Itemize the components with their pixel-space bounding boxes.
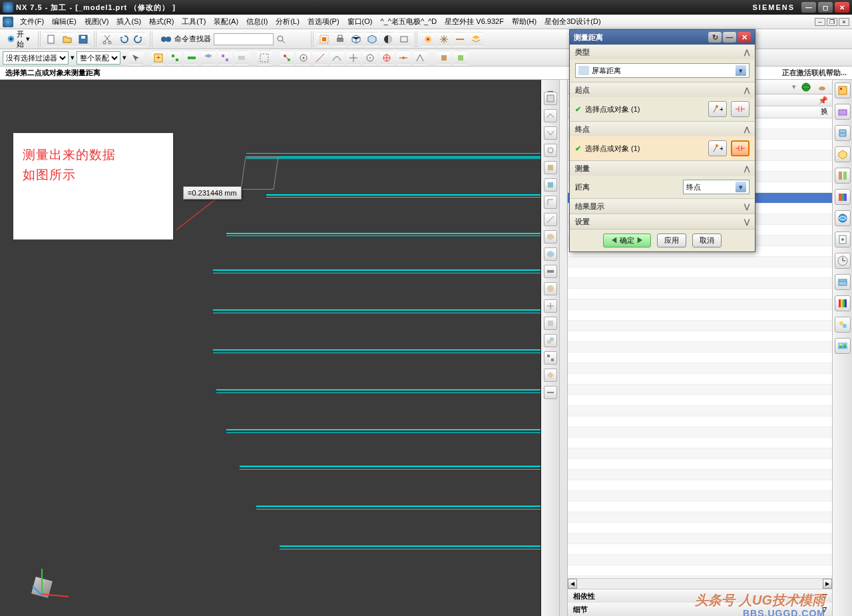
cube-button[interactable]: [349, 32, 363, 47]
vbtn-15[interactable]: [544, 334, 557, 347]
vbtn-1[interactable]: [544, 92, 557, 105]
distance-combo[interactable]: 终点 ▾: [683, 180, 749, 194]
tool-b[interactable]: [437, 32, 451, 47]
tool-c[interactable]: [453, 32, 467, 47]
filter-select-1[interactable]: 没有选择过滤器: [3, 51, 69, 65]
res-image[interactable]: [835, 338, 851, 354]
layers-button[interactable]: [469, 32, 483, 47]
menu-plugin1[interactable]: ^_^老五电极^_^D: [376, 15, 441, 28]
res-reuse[interactable]: [835, 168, 851, 184]
menu-window[interactable]: 窗口(O): [343, 15, 377, 28]
res-books[interactable]: [835, 189, 851, 205]
vbtn-17[interactable]: [544, 369, 557, 382]
doc-close-button[interactable]: ×: [839, 18, 849, 26]
menu-analysis[interactable]: 分析(L): [272, 15, 303, 28]
menu-assembly[interactable]: 装配(A): [210, 15, 242, 28]
end-point-button[interactable]: +: [708, 140, 727, 156]
res-machining[interactable]: [835, 146, 851, 162]
sel-tool-2[interactable]: +: [151, 51, 166, 65]
ok-button[interactable]: 确定: [603, 233, 651, 247]
sel-tool-6[interactable]: [218, 51, 232, 65]
section-type-header[interactable]: 类型⋀: [570, 45, 755, 59]
rect-button[interactable]: [397, 32, 411, 47]
start-inferred-button[interactable]: [731, 101, 749, 117]
menu-help[interactable]: 帮助(H): [508, 15, 540, 28]
sel-rect-button[interactable]: [257, 51, 272, 65]
details-header[interactable]: 细节▽: [568, 603, 832, 616]
tool-cube[interactable]: [437, 51, 451, 65]
menu-insert[interactable]: 插入(S): [112, 15, 145, 28]
snap-9[interactable]: [413, 51, 427, 65]
cmdfinder-input[interactable]: [214, 33, 274, 45]
tool-cube2[interactable]: [453, 51, 468, 65]
vbtn-5[interactable]: [544, 161, 557, 174]
sel-tool-5[interactable]: [201, 51, 216, 65]
type-combo[interactable]: 屏幕距离 ▾: [575, 63, 749, 78]
menu-prefs[interactable]: 首选项(P): [304, 15, 343, 28]
apply-button[interactable]: 应用: [657, 233, 686, 247]
section-end-header[interactable]: 终点⋀: [570, 122, 755, 136]
start-menu-button[interactable]: 开始 ▾: [3, 27, 35, 51]
menu-view[interactable]: 视图(V): [81, 15, 113, 28]
vbtn-16[interactable]: [544, 351, 557, 365]
graphics-viewport[interactable]: 测量出来的数据 如图所示 =0.231448 mm: [0, 80, 541, 616]
dialog-titlebar[interactable]: 测量距离 ↻ — ✕: [570, 30, 755, 45]
section-settings-header[interactable]: 设置⋁: [570, 214, 755, 229]
snap-3[interactable]: [313, 51, 327, 65]
vbtn-6[interactable]: [544, 178, 557, 192]
res-palette[interactable]: [835, 295, 851, 311]
dialog-reset-button[interactable]: ↻: [708, 32, 722, 43]
open-button[interactable]: [60, 32, 75, 47]
close-button[interactable]: ✕: [835, 2, 849, 13]
shaded-button[interactable]: [381, 32, 395, 47]
search-icon[interactable]: [276, 35, 286, 44]
res-template[interactable]: [835, 274, 851, 290]
horizontal-scrollbar[interactable]: ◀▶: [568, 578, 832, 589]
menu-edit[interactable]: 编辑(E): [48, 15, 81, 28]
vbtn-7[interactable]: [544, 196, 557, 209]
section-measure-header[interactable]: 测量⋀: [570, 161, 755, 176]
snap-7[interactable]: [379, 51, 394, 65]
new-button[interactable]: [44, 32, 59, 47]
menu-plugin2[interactable]: 星空外挂 V6.932F: [441, 15, 508, 28]
redo-button[interactable]: [132, 32, 146, 47]
res-navigator[interactable]: [835, 82, 851, 98]
tool-a[interactable]: [421, 32, 435, 47]
snap-4[interactable]: [329, 51, 344, 65]
pin-icon[interactable]: 📌: [818, 96, 828, 105]
res-internet[interactable]: [835, 210, 851, 226]
vbtn-12[interactable]: [544, 282, 557, 295]
vbtn-18[interactable]: [544, 386, 557, 399]
res-part[interactable]: [835, 104, 851, 120]
snap-5[interactable]: [346, 51, 361, 65]
undo-button[interactable]: [116, 32, 130, 47]
snap-6[interactable]: [363, 51, 377, 65]
menu-plugin3[interactable]: 星创全3D设计(D): [540, 15, 604, 28]
sel-tool-7[interactable]: [234, 51, 249, 65]
maximize-button[interactable]: ◻: [818, 2, 833, 13]
vbtn-11[interactable]: [544, 265, 557, 278]
vbtn-10[interactable]: [544, 247, 557, 261]
cut-button[interactable]: [100, 32, 114, 47]
snap-8[interactable]: [396, 51, 411, 65]
section-result-header[interactable]: 结果显示⋁: [570, 199, 755, 214]
snap-2[interactable]: [296, 51, 311, 65]
dialog-minimize-button[interactable]: —: [723, 32, 736, 43]
res-assembly[interactable]: [835, 125, 851, 141]
minimize-button[interactable]: —: [801, 2, 816, 13]
splitter[interactable]: [560, 80, 568, 616]
menu-file[interactable]: 文件(F): [16, 15, 48, 28]
vbtn-2[interactable]: [544, 109, 557, 122]
dialog-close-button[interactable]: ✕: [738, 32, 751, 43]
res-sheet[interactable]: [835, 231, 851, 247]
region-button[interactable]: [317, 32, 331, 47]
doc-restore-button[interactable]: ❐: [827, 18, 837, 26]
vbtn-9[interactable]: [544, 230, 557, 243]
menu-format[interactable]: 格式(R): [145, 15, 178, 28]
start-point-button[interactable]: +: [708, 101, 727, 117]
vbtn-13[interactable]: [544, 299, 557, 313]
dependency-header[interactable]: 相依性▽: [568, 589, 832, 603]
filter-select-2[interactable]: 整个装配: [77, 51, 120, 65]
wireframe-button[interactable]: [365, 32, 379, 47]
section-start-header[interactable]: 起点⋀: [570, 82, 755, 97]
